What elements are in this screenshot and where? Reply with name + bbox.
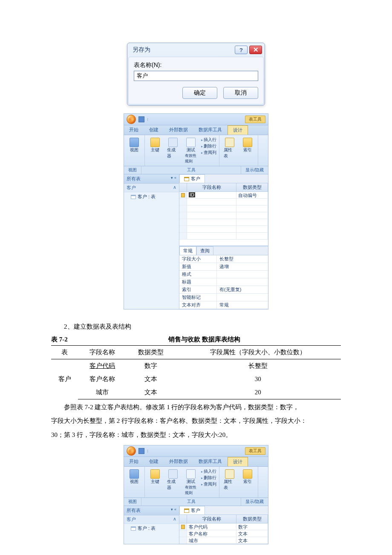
tab-external[interactable]: 外部数据 <box>164 125 193 135</box>
col-field-name: 字段名称 <box>187 183 236 191</box>
save-as-dialog: 另存为 ? ✕ 表名称(N): 确定 取消 <box>127 43 265 106</box>
col-data-type: 数据类型 <box>236 183 268 191</box>
group-view: 视图 <box>124 166 141 174</box>
table-title: 销售与收款 数据库表结构 <box>68 335 341 344</box>
table-name-input[interactable] <box>134 71 258 81</box>
tab-dbtools[interactable]: 数据库工具 <box>193 125 228 135</box>
group-tools: 工具 <box>141 166 241 174</box>
object-tab-customer[interactable]: 客户 <box>179 174 205 183</box>
step-2-heading: 2、建立数据表及表结构 <box>51 321 341 333</box>
nav-header[interactable]: 所有表▾ « <box>124 174 179 184</box>
field-row[interactable]: 客户名称 文本 <box>179 530 268 537</box>
tab-start[interactable]: 开始 <box>124 125 144 135</box>
help-button[interactable]: ? <box>235 46 248 54</box>
paragraph-line-1: 参照表 7-2 建立客户表结构。修改第 1 行的字段名称为客户代码，数据类型：数… <box>51 401 341 413</box>
insert-row[interactable]: 插入行 <box>201 137 216 143</box>
indexes-button[interactable]: 索引 <box>240 137 255 154</box>
table-number: 表 7-2 <box>51 335 68 344</box>
table-name-label: 表名称(N): <box>134 61 258 69</box>
field-row[interactable]: ID 自动编号 <box>179 192 268 199</box>
tab-design[interactable]: 设计 <box>228 125 248 135</box>
builder-button[interactable]: 生成器 <box>165 137 181 160</box>
field-row[interactable]: 客户代码 数字 <box>179 523 268 530</box>
tab-create[interactable]: 创建 <box>144 125 164 135</box>
office-button[interactable] <box>127 446 136 456</box>
schema-table: 表 字段名称 数据类型 字段属性（字段大小、小数位数） 客户 客户代码 数字 长… <box>51 345 341 399</box>
office-button[interactable] <box>127 115 136 124</box>
property-sheet-button[interactable]: 属性表 <box>222 137 237 160</box>
primary-key-button[interactable]: 主键 <box>147 137 163 154</box>
close-instruction: 在客户表标签上点右键，选择关闭客户表。 <box>51 553 341 555</box>
contextual-tab-label: 表工具 <box>245 116 265 123</box>
paragraph-line-3: 30；第 3 行，字段名称：城市，数据类型：文本，字段大小:20。 <box>51 429 341 441</box>
paragraph-line-2: 字段大小为长整型，第 2 行字段名称：客户名称、数据类型：文本，字段属性，字段大… <box>51 415 341 427</box>
save-icon[interactable] <box>138 448 144 454</box>
close-button[interactable]: ✕ <box>249 46 262 54</box>
ok-button[interactable]: 确定 <box>182 87 217 99</box>
prop-tab-lookup[interactable]: 查阅 <box>196 246 213 255</box>
cancel-button[interactable]: 取消 <box>223 87 258 99</box>
prop-tab-general[interactable]: 常规 <box>179 246 196 255</box>
test-button[interactable]: 测试有效性规则 <box>183 137 199 165</box>
primary-key-icon <box>181 525 185 529</box>
save-icon[interactable] <box>138 116 144 122</box>
primary-key-icon <box>181 193 185 197</box>
group-show: 显示/隐藏 <box>241 166 268 174</box>
nav-item-customer-table[interactable]: 客户 : 表 <box>124 192 179 201</box>
nav-group-customer[interactable]: 客户∧ <box>124 184 179 192</box>
access-screenshot-2: ⁝ 表工具 开始 创建 外部数据 数据库工具 设计 视图 主键 生成器 测试有效… <box>124 445 268 544</box>
dialog-title: 另存为 <box>133 46 150 54</box>
lookup-col[interactable]: 查阅列 <box>201 150 216 156</box>
delete-row[interactable]: 删除行 <box>201 143 216 149</box>
access-screenshot-1: ⁝ 表工具 开始 创建 外部数据 数据库工具 设计 视图 主键 生成器 测试有效… <box>124 113 268 309</box>
view-button[interactable]: 视图 <box>127 137 142 154</box>
field-row[interactable]: 城市 文本 <box>179 537 268 544</box>
